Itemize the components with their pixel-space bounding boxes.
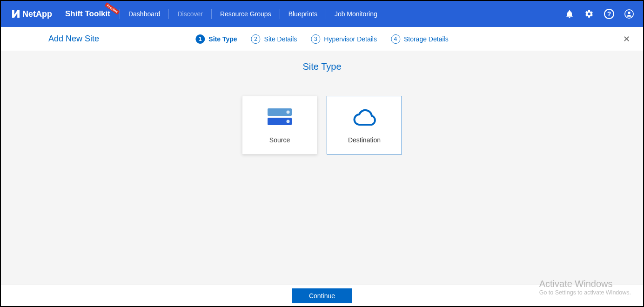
wizard-footer: Continue [1,285,643,306]
user-icon[interactable] [624,9,634,19]
card-source-label: Source [269,136,290,144]
svg-point-5 [287,120,290,123]
nav-job-monitoring[interactable]: Job Monitoring [326,9,386,19]
step-label-3: Hypervisor Details [324,35,377,43]
step-label-1: Site Type [208,35,237,43]
step-num-1: 1 [195,34,205,44]
nav-resource-groups[interactable]: Resource Groups [211,9,280,19]
toolkit-label: Shift Toolkit [65,9,110,18]
gear-icon[interactable] [584,9,594,19]
step-site-type[interactable]: 1 Site Type [195,34,237,44]
brand-name: NetApp [22,9,52,19]
svg-point-1 [628,12,630,14]
card-source[interactable]: Source [242,96,317,154]
netapp-n-icon [12,10,20,18]
toolkit-title: Shift Toolkit Preview [65,9,110,19]
bell-icon[interactable] [565,9,574,19]
step-num-2: 2 [251,34,261,44]
step-storage-details[interactable]: 4 Storage Details [391,34,449,44]
cloud-icon [349,107,379,128]
top-navbar: NetApp Shift Toolkit Preview Dashboard D… [1,1,643,27]
close-icon[interactable]: ✕ [623,34,630,44]
step-num-4: 4 [391,34,400,44]
nav-blueprints[interactable]: Blueprints [280,9,326,19]
nav-discover[interactable]: Discover [168,9,211,19]
server-icon [265,107,295,128]
step-label-2: Site Details [264,35,297,43]
nav-links: Dashboard Discover Resource Groups Bluep… [120,1,386,27]
wizard-main: Site Type Source Destination [1,51,643,154]
step-num-3: 3 [311,34,320,44]
divider [235,77,409,77]
site-type-cards: Source Destination [1,96,643,154]
card-destination[interactable]: Destination [327,96,402,154]
help-icon[interactable]: ? [604,9,614,19]
nav-icons: ? [565,9,634,19]
section-title: Site Type [1,61,643,72]
nav-dashboard[interactable]: Dashboard [120,9,169,19]
card-destination-label: Destination [348,136,381,144]
svg-point-3 [287,111,290,114]
continue-button[interactable]: Continue [292,288,352,303]
step-label-4: Storage Details [404,35,449,43]
wizard-steps: 1 Site Type 2 Site Details 3 Hypervisor … [195,34,448,44]
brand-logo[interactable]: NetApp [12,9,52,19]
step-hypervisor-details[interactable]: 3 Hypervisor Details [311,34,377,44]
page-title: Add New Site [48,34,99,44]
step-site-details[interactable]: 2 Site Details [251,34,297,44]
wizard-stepper-bar: Add New Site 1 Site Type 2 Site Details … [1,27,643,51]
